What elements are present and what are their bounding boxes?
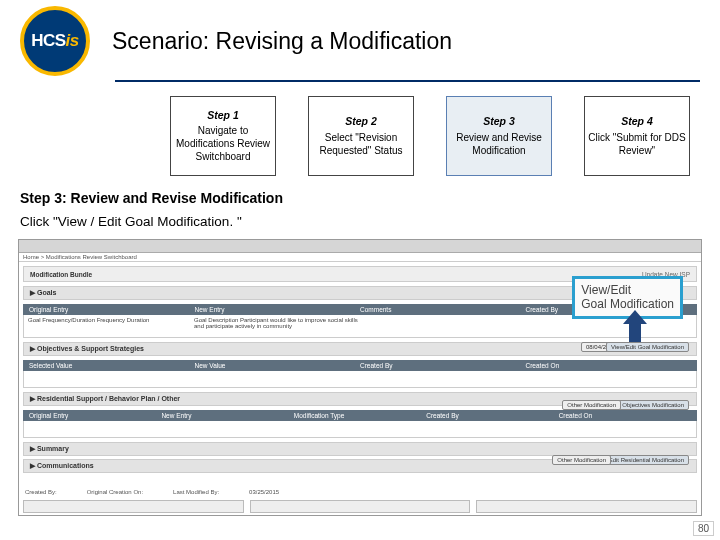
footer-field-1 (23, 500, 244, 513)
embedded-screenshot: Home > Modifications Review Switchboard … (18, 239, 702, 516)
goals-cell-2: Goal Description Participant would like … (194, 317, 360, 335)
residential-section: Original Entry New Entry Modification Ty… (23, 410, 697, 438)
col-ocreatedby: Created By (360, 362, 526, 369)
rcol-2: New Entry (161, 412, 293, 419)
page-title: Scenario: Revising a Modification (112, 28, 452, 55)
step-4: Step 4 Click "Submit for DDS Review" (584, 96, 690, 176)
step-subheading: Step 3: Review and Revise Modification (20, 190, 720, 206)
col-new: New Entry (195, 306, 361, 313)
view-edit-line1: View/Edit (581, 283, 674, 297)
rcol-5: Created On (559, 412, 691, 419)
header: HCSis Scenario: Revising a Modification (0, 0, 720, 76)
meta-created-on: Original Creation On: (87, 489, 143, 495)
step-2: Step 2 Select "Revision Requested" Statu… (308, 96, 414, 176)
step-4-text: Click "Submit for DDS Review" (587, 131, 687, 157)
step-3-title: Step 3 (449, 115, 549, 129)
meta-modified-by: Last Modified By: (173, 489, 219, 495)
logo: HCSis (20, 6, 90, 76)
instruction-text: Click "View / Edit Goal Modification. " (20, 214, 720, 229)
rcol-1: Original Entry (29, 412, 161, 419)
objectives-section: Selected Value New Value Created By Crea… (23, 360, 697, 388)
goals-cell-3 (360, 317, 526, 335)
logo-text-1: HCS (31, 31, 65, 50)
goals-cell-1: Goal Frequency/Duration Frequency Durati… (28, 317, 194, 335)
page-number: 80 (693, 521, 714, 536)
col-selected: Selected Value (29, 362, 195, 369)
rcol-3: Modification Type (294, 412, 426, 419)
mod-bundle-label: Modification Bundle (30, 271, 92, 278)
step-1-title: Step 1 (173, 109, 273, 123)
footer-field-2 (250, 500, 471, 513)
step-1-text: Navigate to Modifications Review Switchb… (173, 124, 273, 163)
step-2-text: Select "Revision Requested" Status (311, 131, 411, 157)
app-toolbar (19, 240, 701, 253)
meta-created-by: Created By: (25, 489, 57, 495)
col-ocreatedon: Created On (526, 362, 692, 369)
rcol-4: Created By (426, 412, 558, 419)
objectives-row (23, 371, 697, 388)
residential-row (23, 421, 697, 438)
meta-modified-on: 03/25/2015 (249, 489, 279, 495)
footer-field-3 (476, 500, 697, 513)
residential-columns: Original Entry New Entry Modification Ty… (23, 410, 697, 421)
steps-row: Step 1 Navigate to Modifications Review … (170, 96, 720, 176)
col-comments: Comments (360, 306, 526, 313)
col-newvalue: New Value (195, 362, 361, 369)
footer-buttons (23, 500, 697, 513)
step-2-title: Step 2 (311, 115, 411, 129)
title-underline (115, 80, 700, 82)
step-1: Step 1 Navigate to Modifications Review … (170, 96, 276, 176)
slide-root: HCSis Scenario: Revising a Modification … (0, 0, 720, 540)
meta-row: Created By: Original Creation On: Last M… (25, 489, 695, 495)
col-original: Original Entry (29, 306, 195, 313)
step-4-title: Step 4 (587, 115, 687, 129)
breadcrumb: Home > Modifications Review Switchboard (19, 253, 701, 262)
other-modification-button-2[interactable]: Other Modification (552, 455, 611, 465)
summary-section-header[interactable]: ▶ Summary (23, 442, 697, 456)
logo-text-2: is (66, 31, 79, 50)
goals-cell-4 (526, 317, 692, 335)
view-edit-goal-small-button[interactable]: View/Edit Goal Modification (606, 342, 689, 352)
other-modification-button[interactable]: Other Modification (562, 400, 621, 410)
step-3: Step 3 Review and Revise Modification (446, 96, 552, 176)
step-3-text: Review and Revise Modification (449, 131, 549, 157)
objectives-columns: Selected Value New Value Created By Crea… (23, 360, 697, 371)
